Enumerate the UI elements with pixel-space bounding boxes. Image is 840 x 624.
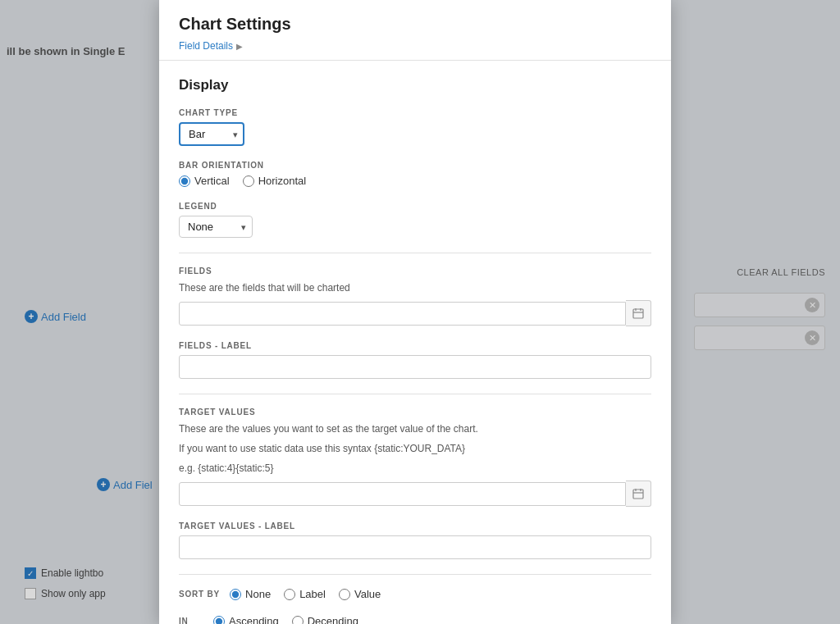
orientation-vertical-option[interactable]: Vertical (179, 175, 230, 187)
calendar-icon2 (632, 488, 644, 499)
orientation-vertical-radio[interactable] (179, 175, 190, 187)
legend-select[interactable]: None Top Bottom Left Right (179, 216, 253, 238)
legend-select-wrapper: None Top Bottom Left Right ▾ (179, 216, 253, 238)
svg-rect-0 (633, 309, 643, 318)
sort-label-radio[interactable] (284, 589, 295, 600)
svg-rect-4 (633, 490, 643, 499)
modal-body: Display CHART TYPE Bar Line Pie Donut ▾ … (159, 61, 671, 624)
sort-none-label: None (245, 588, 271, 600)
target-values-group: TARGET VALUES These are the values you w… (179, 408, 651, 507)
legend-group: LEGEND None Top Bottom Left Right ▾ (179, 202, 651, 238)
target-values-desc2: If you want to use static data use this … (179, 441, 651, 456)
display-section-title: Display (179, 77, 651, 93)
fields-input[interactable] (179, 302, 626, 326)
target-values-input-wrapper (179, 481, 651, 507)
fields-picker-btn[interactable] (626, 300, 651, 326)
ascending-label: Ascending (229, 615, 279, 624)
target-values-label-group: TARGET VALUES - LABEL (179, 522, 651, 559)
sort-value-label: Value (354, 588, 381, 600)
ascending-radio[interactable] (213, 616, 225, 625)
decending-label: Decending (308, 615, 358, 624)
in-direction-group: IN Ascending Decending (179, 615, 651, 624)
fields-label-input[interactable] (179, 355, 651, 379)
bar-orientation-label: BAR ORIENTATION (179, 161, 651, 170)
chart-type-label: CHART TYPE (179, 108, 651, 117)
in-direction-row: IN Ascending Decending (179, 615, 651, 624)
in-direction-radio-group: Ascending Decending (213, 615, 358, 624)
fields-label-group: FIELDS - LABEL (179, 341, 651, 379)
breadcrumb-arrow-icon: ▶ (236, 42, 243, 51)
ascending-option[interactable]: Ascending (213, 615, 279, 624)
breadcrumb-item[interactable]: Field Details (179, 40, 233, 52)
sort-by-label: SORT BY (179, 590, 220, 599)
in-direction-label: IN (179, 617, 203, 624)
fields-description: These are the fields that will be charte… (179, 280, 651, 295)
sort-by-row: SORT BY None Label Value (179, 588, 651, 600)
sort-label-label: Label (299, 588, 326, 600)
sort-label-option[interactable]: Label (284, 588, 326, 600)
orientation-horizontal-option[interactable]: Horizontal (243, 175, 307, 187)
calendar-icon (632, 307, 644, 319)
bar-orientation-radio-group: Vertical Horizontal (179, 175, 651, 187)
target-values-label-label: TARGET VALUES - LABEL (179, 522, 651, 531)
target-values-label: TARGET VALUES (179, 408, 651, 417)
modal-title: Chart Settings (179, 15, 651, 34)
modal-header: Chart Settings Field Details ▶ (159, 0, 671, 61)
target-values-picker-btn[interactable] (626, 481, 651, 507)
fields-group: FIELDS These are the fields that will be… (179, 266, 651, 326)
fields-input-wrapper (179, 300, 651, 326)
sort-none-radio[interactable] (230, 589, 241, 600)
orientation-horizontal-radio[interactable] (243, 175, 254, 187)
bar-orientation-group: BAR ORIENTATION Vertical Horizontal (179, 161, 651, 187)
fields-label-label: FIELDS - LABEL (179, 341, 651, 350)
fields-label: FIELDS (179, 266, 651, 276)
sort-by-radio-group: None Label Value (230, 588, 381, 600)
target-values-input[interactable] (179, 482, 626, 506)
chart-type-select-wrapper: Bar Line Pie Donut ▾ (179, 122, 244, 146)
sort-by-group: SORT BY None Label Value (179, 588, 651, 600)
legend-label: LEGEND (179, 202, 651, 211)
sort-value-option[interactable]: Value (339, 588, 381, 600)
orientation-horizontal-label: Horizontal (258, 175, 307, 187)
target-values-desc3: e.g. {static:4}{static:5} (179, 461, 651, 476)
divider1 (179, 253, 651, 253)
sort-none-option[interactable]: None (230, 588, 271, 600)
divider3 (179, 574, 651, 575)
chart-settings-modal: Chart Settings Field Details ▶ Display C… (159, 0, 671, 624)
decending-radio[interactable] (292, 616, 304, 625)
target-values-label-input[interactable] (179, 535, 651, 559)
sort-value-radio[interactable] (339, 589, 350, 600)
breadcrumb: Field Details ▶ (179, 40, 651, 52)
chart-type-group: CHART TYPE Bar Line Pie Donut ▾ (179, 108, 651, 146)
divider2 (179, 394, 651, 394)
chart-type-select[interactable]: Bar Line Pie Donut (179, 122, 244, 146)
decending-option[interactable]: Decending (292, 615, 358, 624)
target-values-desc1: These are the values you want to set as … (179, 421, 651, 436)
orientation-vertical-label: Vertical (194, 175, 230, 187)
